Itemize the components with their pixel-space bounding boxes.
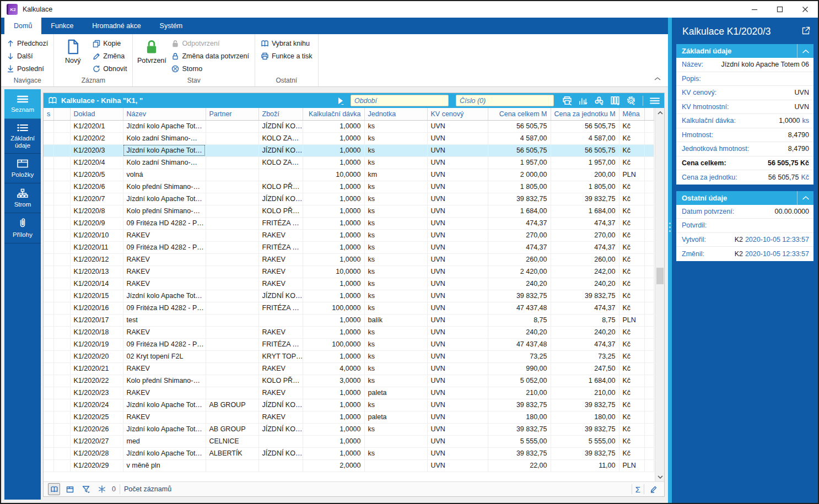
settings-button[interactable]	[625, 95, 637, 107]
chart-button[interactable]	[577, 95, 589, 107]
tab-system[interactable]: Systém	[150, 18, 192, 34]
sidebar-item-strom[interactable]: Strom	[4, 183, 41, 213]
table-row[interactable]: K1/2020/26Jízdní kolo Apache Tot…AB GROU…	[44, 423, 654, 435]
column-header[interactable]: Měna	[619, 108, 644, 120]
period-filter-input[interactable]	[351, 97, 448, 105]
close-button[interactable]	[793, 1, 818, 18]
column-header[interactable]	[53, 108, 70, 120]
tab-hromadne-akce[interactable]: Hromadné akce	[83, 18, 150, 34]
edit-note-icon[interactable]	[648, 483, 660, 495]
column-header[interactable]: Cena celkem M	[488, 108, 551, 120]
sidebar-item-polozky[interactable]: Položky	[4, 154, 41, 183]
table-row[interactable]: K1/2020/909 Fritéza HD 4282 - P…FRITÉZA …	[44, 217, 654, 229]
tab-domu[interactable]: Domů	[4, 18, 41, 34]
last-button[interactable]: Poslední	[4, 62, 50, 75]
table-row[interactable]: K1/2020/1Jízdní kolo Apache Tot…JÍZDNÍ K…	[44, 120, 654, 132]
book-view-button[interactable]	[48, 483, 60, 495]
columns-button[interactable]	[609, 95, 621, 107]
table-row[interactable]: K1/2020/3Jízdní kolo Apache Tot…JÍZDNÍ K…	[44, 144, 654, 156]
sidebar-item-prilohy[interactable]: Přílohy	[4, 213, 41, 243]
scroll-down-button[interactable]	[655, 472, 664, 481]
scroll-up-button[interactable]	[655, 108, 664, 117]
table-cell	[44, 120, 53, 132]
table-cell: 1 805,00	[488, 181, 551, 193]
table-row[interactable]: K1/2020/12RAKEVRAKEV1,0000ksUVN260,00260…	[44, 253, 654, 265]
table-row[interactable]: K1/2020/17test1,0000balíkUVN8,758,75PLN	[44, 314, 654, 326]
sidebar-item-zakladni-udaje[interactable]: Základní údaje	[4, 119, 41, 154]
collapse-section-button[interactable]	[797, 44, 813, 58]
table-cell: ks	[364, 253, 427, 265]
table-row[interactable]: K1/2020/4Kolo zadní Shimano-…KOLO ZA…1,0…	[44, 156, 654, 169]
previous-button[interactable]: Předchozí	[4, 37, 50, 50]
table-row[interactable]: K1/2020/14RAKEVRAKEV1,0000ksUVN240,20240…	[44, 278, 654, 290]
table-cell	[258, 169, 303, 181]
table-row[interactable]: K1/2020/27medCELNICE1,0000UVN5 555,005 5…	[44, 435, 654, 447]
table-row[interactable]: K1/2020/21RAKEVRAKEV4,0000ksUVN990,00247…	[44, 362, 654, 375]
table-row[interactable]: K1/2020/10RAKEVRAKEV1,0000ksUVN270,00270…	[44, 229, 654, 241]
new-button[interactable]: Nový	[57, 37, 88, 75]
table-row[interactable]: K1/2020/8Kolo přední Shimano-…KOLO PŘ…1,…	[44, 205, 654, 217]
edit-button[interactable]: Změna	[90, 50, 129, 62]
column-header[interactable]: Kalkulační dávka	[303, 108, 364, 120]
unconfirm-button[interactable]: Odpotvrzení	[169, 37, 251, 50]
column-header[interactable]: Partner	[206, 108, 258, 120]
collapse-section-button[interactable]	[797, 191, 813, 205]
menu-button[interactable]	[649, 95, 661, 107]
minimize-button[interactable]	[742, 1, 767, 18]
table-row[interactable]: K1/2020/22Kolo přední Shimano-…KOLO PŘ…3…	[44, 375, 654, 387]
table-row[interactable]: K1/2020/25RAKEVRAKEV1,0000paletaUVN180,0…	[44, 411, 654, 423]
next-button[interactable]: Další	[4, 50, 50, 62]
cancel-button[interactable]: Storno	[169, 62, 251, 75]
open-in-window-button[interactable]	[801, 26, 811, 37]
table-row[interactable]: K1/2020/29v měně pln2,0000UVN22,0011,00P…	[44, 459, 654, 472]
sum-icon[interactable]: Σ	[635, 485, 640, 494]
tab-funkce[interactable]: Funkce	[41, 18, 83, 34]
column-header[interactable]: Cena za jednotku M	[551, 108, 619, 120]
table-row[interactable]: K1/2020/6Kolo přední Shimano-…KOLO PŘ…1,…	[44, 181, 654, 193]
play-button[interactable]	[335, 95, 347, 107]
column-header[interactable]: Název	[123, 108, 206, 120]
table-row[interactable]: K1/2020/28Jízdní kolo Apache Tot…ALBERTÍ…	[44, 447, 654, 459]
change-confirm-date-button[interactable]: Změna data potvrzení	[169, 50, 251, 62]
table-header-row[interactable]: sDokladNázevPartnerZbožíKalkulační dávka…	[44, 108, 654, 120]
scrollbar-thumb[interactable]	[656, 268, 664, 284]
container-view-button[interactable]	[64, 483, 76, 495]
table-row[interactable]: K1/2020/2002 Kryt topení F2LKRYT TOP…1,0…	[44, 350, 654, 362]
confirm-button[interactable]: Potvrzení	[136, 37, 167, 75]
refresh-button[interactable]: Obnovit	[90, 62, 129, 75]
column-header[interactable]: Doklad	[70, 108, 123, 120]
table-row[interactable]: K1/2020/15Jízdní kolo Apache Tot…JÍZDNÍ …	[44, 290, 654, 302]
freeze-button[interactable]	[96, 483, 108, 495]
functions-print-button[interactable]: Funkce a tisk	[258, 50, 315, 62]
collapse-ribbon-button[interactable]	[654, 73, 661, 83]
table-row[interactable]: K1/2020/1609 Fritéza HD 4282 - P…FRITÉZA…	[44, 302, 654, 314]
table-row[interactable]: K1/2020/5volná10,0000kmUVN2 000,00200,00…	[44, 169, 654, 181]
table-row[interactable]: K1/2020/7Jízdní kolo Apache Tot…JÍZDNÍ K…	[44, 193, 654, 205]
vertical-scrollbar[interactable]	[655, 108, 664, 481]
field-unit: 2020-10-05 12:33:57	[745, 236, 809, 243]
sidebar-item-seznam[interactable]: Seznam	[4, 89, 41, 119]
print-button[interactable]	[561, 95, 573, 107]
table-row[interactable]: K1/2020/18RAKEVRAKEV1,0000ksUVN240,20240…	[44, 326, 654, 338]
filter-button[interactable]	[80, 483, 92, 495]
ribbon-tab-bar: Domů Funkce Hromadné akce Systém	[1, 18, 668, 34]
section-header[interactable]: Ostatní údaje	[676, 191, 813, 205]
column-header[interactable]: s	[44, 108, 53, 120]
table-cell: 200,00	[551, 169, 619, 181]
table-row[interactable]: K1/2020/24Jízdní kolo Apache Tot…AB GROU…	[44, 399, 654, 411]
column-header[interactable]: Zboží	[258, 108, 303, 120]
table-row[interactable]: K1/2020/1109 Fritéza HD 4282 - P…FRITÉZA…	[44, 241, 654, 253]
analysis-button[interactable]	[593, 95, 605, 107]
table-row[interactable]: K1/2020/1909 Fritéza HD 4282 - P…FRITÉZA…	[44, 338, 654, 350]
column-header[interactable]: Jednotka	[364, 108, 427, 120]
select-book-button[interactable]: Vybrat knihu	[258, 37, 315, 50]
copy-button[interactable]: Kopie	[90, 37, 129, 50]
column-header[interactable]: KV cenový	[427, 108, 488, 120]
table-row[interactable]: K1/2020/2Kolo zadní Shimano-…KOLO ZA…1,0…	[44, 132, 654, 144]
number-filter-input[interactable]	[456, 97, 553, 105]
maximize-button[interactable]	[767, 1, 793, 18]
table-row[interactable]: K1/2020/13RAKEVRAKEV10,0000ksUVN2 420,00…	[44, 265, 654, 278]
section-header[interactable]: Základní údaje	[676, 44, 813, 58]
table-row[interactable]: K1/2020/23RAKEVRAKEV1,0000paletaUVN210,0…	[44, 387, 654, 399]
panel-splitter[interactable]	[668, 18, 672, 503]
